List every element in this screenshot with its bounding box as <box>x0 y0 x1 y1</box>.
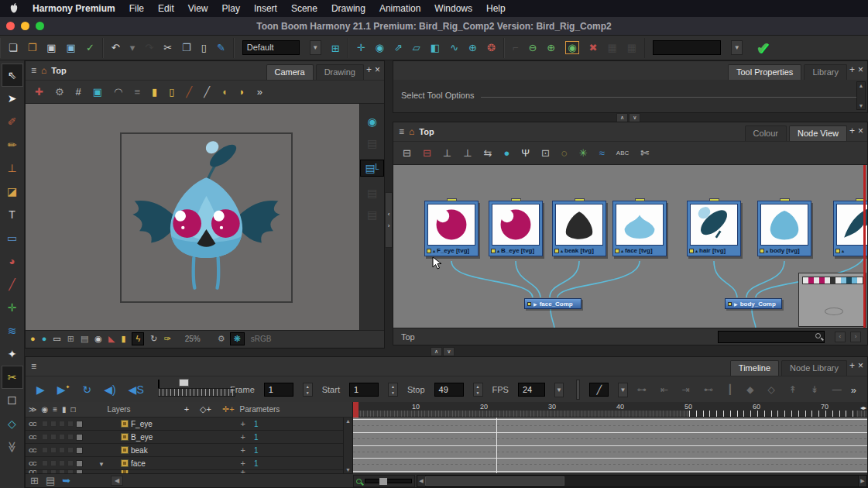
camera-mask-icon[interactable]: ◠ <box>114 87 122 97</box>
pencil-tool[interactable]: ✏ <box>2 133 23 156</box>
menu-drawing[interactable]: Drawing <box>331 3 365 14</box>
playbar-more-icon[interactable]: » <box>851 384 856 396</box>
dashed-stroke-icon[interactable]: ╱ <box>204 87 210 97</box>
matte-view-icon[interactable]: ⊞ <box>67 335 74 343</box>
layer-toggle[interactable] <box>50 460 57 466</box>
add-view-button[interactable]: + <box>849 64 855 75</box>
show-strokes-icon[interactable]: ◉ <box>94 335 102 343</box>
layer-name[interactable]: face <box>131 459 204 468</box>
maintain-size-icon[interactable]: ◧ <box>431 43 440 53</box>
node-b_eye[interactable]: ▴B_eye [tvg] <box>489 201 543 256</box>
close-view-button[interactable]: × <box>375 64 380 75</box>
lock-column-icon[interactable]: ▮ <box>62 406 67 414</box>
split-node-icon[interactable]: Ψ <box>521 148 530 158</box>
toolbar-handle[interactable] <box>576 380 580 400</box>
layer-colour-toggle[interactable] <box>76 421 83 428</box>
auto-render-icon[interactable]: ϟ <box>132 332 144 345</box>
cut-icon[interactable]: ✂ <box>163 43 172 53</box>
ease-dropdown-arrow[interactable]: ▼ <box>618 383 628 397</box>
collapse-left-icon[interactable]: ‹ <box>388 211 390 218</box>
tab-library[interactable]: Library <box>804 64 847 80</box>
menu-play[interactable]: Play <box>222 3 240 14</box>
eraser-tool[interactable]: ◪ <box>2 180 23 203</box>
add-view-button[interactable]: + <box>849 360 855 371</box>
display-all-icon[interactable]: ⊟ <box>403 148 411 158</box>
list-mode-icon[interactable]: ▤ <box>46 476 55 486</box>
playhead[interactable] <box>353 402 359 418</box>
toolbar-more-icon[interactable]: » <box>257 87 262 97</box>
layer-row-f_eye[interactable]: CCF_eye+1 <box>26 418 352 431</box>
move-down-hierarchy-icon[interactable]: ⊥ <box>463 148 472 158</box>
apple-logo-icon[interactable] <box>9 3 19 14</box>
ruler-end-markers-icon[interactable]: ◂▸ <box>860 404 866 411</box>
parameter-value[interactable]: 1 <box>254 446 259 455</box>
node-colour-swatch[interactable] <box>527 302 531 306</box>
node-expand-icon[interactable]: ▴ <box>433 248 435 253</box>
layers-scroll-left-button[interactable]: ◀ <box>111 476 123 486</box>
navigate-icon[interactable]: ⇆ <box>483 148 492 158</box>
enable-column-icon[interactable]: ◉ <box>41 406 48 414</box>
colour-view-icon[interactable]: ✎ <box>217 43 225 53</box>
flip-icon[interactable]: ∿ <box>450 43 458 53</box>
pivot-icon[interactable]: ⊕ <box>468 43 477 53</box>
layer-toggle[interactable] <box>59 460 65 466</box>
node-view-breadcrumb[interactable]: Top <box>419 127 434 136</box>
timeline-ruler[interactable]: 10203040506070 ◂▸ <box>353 402 867 418</box>
node-expand-icon[interactable]: ▴ <box>621 248 623 253</box>
add-drawing-layer-button[interactable]: ◇+ <box>200 405 211 414</box>
brush-tool[interactable]: ✐ <box>2 110 23 133</box>
node-canvas[interactable]: ▴F_eye [tvg]▴B_eye [tvg]▴beak [tvg]▴face… <box>393 165 867 328</box>
layer-row-beak[interactable]: CCbeak+1 <box>26 444 352 457</box>
data-view-toggle-icon[interactable]: CC <box>29 434 39 441</box>
data-view-toggle-icon[interactable]: CC <box>29 447 39 454</box>
tab-colour[interactable]: Colour <box>745 125 787 141</box>
layer-toggle[interactable] <box>50 447 57 453</box>
marquee-select-tool[interactable]: ☐ <box>2 389 23 412</box>
slider-thumb[interactable] <box>179 379 189 387</box>
update-preview-icon[interactable]: ● <box>42 335 47 343</box>
layer-colour-toggle[interactable] <box>76 460 83 467</box>
create-group-icon[interactable]: ✳ <box>579 148 588 158</box>
add-parameter-icon[interactable]: + <box>207 445 245 455</box>
menu-scene[interactable]: Scene <box>291 3 317 14</box>
dropper-tool[interactable]: ✛ <box>2 296 23 319</box>
disconnect-icon[interactable]: ✄ <box>640 148 649 158</box>
layer-toggle[interactable] <box>67 447 74 453</box>
hand-pan-icon[interactable]: ✑ <box>164 335 171 343</box>
show-children-icon[interactable]: ⊕ <box>547 43 555 53</box>
layer-toggle[interactable] <box>59 421 65 427</box>
add-parameter-icon[interactable]: + <box>207 419 245 428</box>
zoom-level[interactable]: 25% <box>185 335 201 343</box>
onion-skin-next-icon[interactable]: ◗ <box>239 87 245 97</box>
node-colour-swatch[interactable] <box>427 249 431 253</box>
cutter-tool[interactable]: ✂ <box>2 366 23 389</box>
layer-row-face[interactable]: CC▼face+1 <box>26 457 352 470</box>
frame-tool[interactable]: ▭ <box>2 226 23 249</box>
sound-button[interactable]: ◀) <box>104 384 115 395</box>
lasso-group-icon[interactable]: ◌ <box>561 148 568 158</box>
home-icon[interactable]: ⌂ <box>409 126 414 137</box>
stamp-tool[interactable]: ⊥ <box>2 156 23 180</box>
move-up-hierarchy-icon[interactable]: ⊥ <box>443 148 451 158</box>
menu-view[interactable]: View <box>188 3 208 14</box>
save-icon[interactable]: ▣ <box>46 43 56 53</box>
easing-preset-dropdown-arrow[interactable]: ▼ <box>731 40 743 55</box>
matte-layer-icon[interactable]: ▤ <box>367 138 377 149</box>
layer-toggle[interactable] <box>42 447 48 453</box>
timeline-horizontal-scrollbar[interactable]: ◀ ▶ <box>417 475 867 487</box>
node-expand-icon[interactable]: ▴ <box>497 248 499 253</box>
node-beak[interactable]: ▴beak [tvg] <box>552 201 606 256</box>
zoom-slider-thumb[interactable] <box>379 478 387 485</box>
stop-input[interactable]: 49 <box>434 383 464 397</box>
layer-toggle[interactable] <box>67 421 74 427</box>
show-data-view-icon[interactable]: ≫ <box>29 406 36 414</box>
layers-scrollbar[interactable]: ▲ ▼ <box>343 418 352 473</box>
layer-toggle[interactable] <box>59 447 65 453</box>
tool-preset-dropdown-arrow[interactable]: ▼ <box>310 40 321 55</box>
undo-menu-icon[interactable]: ▾ <box>130 43 136 53</box>
tool-preset-dropdown[interactable]: Default <box>242 40 300 55</box>
panel-menu-icon[interactable]: ≡ <box>399 126 404 137</box>
node-expand-icon[interactable]: ▶ <box>734 301 738 307</box>
add-view-button[interactable]: + <box>366 64 372 75</box>
paint-tool[interactable]: ◕ <box>2 249 23 273</box>
